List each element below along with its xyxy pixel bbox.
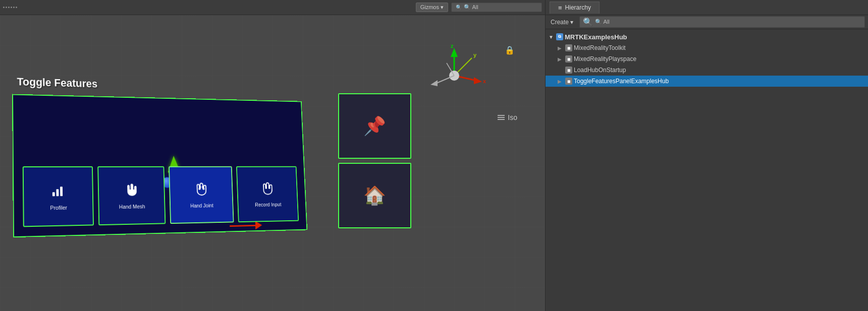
gizmos-button[interactable]: Gizmos ▾ — [416, 3, 448, 12]
pin-panel[interactable]: 📌 — [338, 93, 411, 159]
tree-item-mixed-reality-playspace[interactable]: ▶ ◼ MixedRealityPlayspace — [546, 53, 868, 65]
hierarchy-tab-label: Hierarchy — [565, 4, 591, 11]
svg-marker-13 — [474, 77, 482, 84]
svg-rect-2 — [60, 186, 63, 196]
red-arrow-head — [255, 221, 262, 229]
unity-icon-mrtk-hub: ⧉ — [556, 33, 563, 40]
scene-search-text: 🔍 All — [464, 4, 478, 11]
red-arrow-line — [230, 225, 255, 227]
hierarchy-panel: ≡ Hierarchy Create ▾ 🔍 🔍 All ▼ ⧉ MRTKExa… — [545, 0, 868, 311]
scene-view: Gizmos ▾ 🔍 🔍 All Toggle Features — [0, 0, 545, 311]
hand-joint-label: Hand Joint — [190, 202, 213, 208]
hand-mesh-icon — [124, 181, 139, 201]
tree-label-mrtk-hub: MRTKExamplesHub — [565, 33, 627, 41]
cube-icon-mrp: ◼ — [565, 55, 572, 63]
feature-buttons-row: Profiler Hand Mesh — [23, 166, 299, 227]
tree-label-tf: ToggleFeaturesPanelExamplesHub — [574, 78, 669, 85]
scene-search-icon: 🔍 — [456, 5, 462, 10]
scene-content: Toggle Features — [0, 15, 545, 311]
xyz-gizmo: z y x — [421, 43, 487, 108]
iso-text: Iso — [508, 113, 517, 121]
profiler-label: Profiler — [50, 204, 67, 210]
scene-search-bar[interactable]: 🔍 🔍 All — [451, 3, 542, 12]
expand-arrow-mrtk-hub: ▼ — [549, 34, 555, 40]
home-icon: 🏠 — [363, 185, 386, 206]
svg-text:x: x — [483, 78, 486, 84]
hierarchy-search-text: 🔍 All — [595, 19, 610, 25]
hand-joint-icon — [194, 181, 209, 200]
tree-item-mixed-reality-toolkit[interactable]: ▶ ◼ MixedRealityToolkit — [546, 42, 868, 53]
svg-marker-8 — [451, 48, 458, 57]
hierarchy-tree: ▼ ⧉ MRTKExamplesHub ▶ ◼ MixedRealityTool… — [546, 29, 868, 311]
create-button[interactable]: Create ▾ — [549, 18, 575, 27]
hierarchy-tab[interactable]: ≡ Hierarchy — [550, 2, 600, 14]
record-input-icon — [260, 180, 275, 199]
hand-mesh-button[interactable]: Hand Mesh — [97, 166, 166, 225]
home-panel[interactable]: 🏠 — [338, 163, 411, 228]
tree-item-mrtk-hub[interactable]: ▼ ⧉ MRTKExamplesHub — [546, 31, 868, 42]
svg-text:z: z — [451, 43, 454, 49]
record-input-button[interactable]: Record Input — [236, 166, 299, 222]
hierarchy-search-bar[interactable]: 🔍 🔍 All — [579, 16, 865, 28]
svg-rect-1 — [56, 189, 59, 196]
profiler-icon — [50, 182, 66, 202]
pin-icon: 📌 — [363, 115, 386, 137]
iso-lines-icon — [498, 115, 505, 120]
tree-label-mrt: MixedRealityToolkit — [574, 44, 626, 51]
tree-label-mrp: MixedRealityPlayspace — [574, 55, 636, 63]
scene-toolbar: Gizmos ▾ 🔍 🔍 All — [0, 0, 545, 15]
hierarchy-search-icon: 🔍 — [583, 17, 593, 27]
toggle-features-panel: Toggle Features — [12, 94, 307, 237]
right-side-panels: 📌 🏠 — [338, 93, 411, 228]
hierarchy-tab-icon: ≡ — [558, 4, 562, 12]
svg-marker-17 — [430, 80, 438, 86]
svg-text:y: y — [473, 52, 477, 58]
tree-label-lh: LoadHubOnStartup — [574, 67, 626, 74]
expand-arrow-mrt: ▶ — [558, 45, 564, 51]
expand-arrow-mrp: ▶ — [558, 56, 564, 62]
hierarchy-toolbar: Create ▾ 🔍 🔍 All — [546, 15, 868, 29]
cube-icon-mrt: ◼ — [565, 44, 572, 51]
toggle-title: Toggle Features — [17, 76, 97, 91]
create-label: Create — [551, 19, 569, 26]
iso-label: Iso — [498, 113, 517, 121]
record-input-label: Record Input — [255, 201, 282, 207]
svg-rect-0 — [52, 192, 55, 196]
tree-item-toggle-features[interactable]: ▶ ◼ ToggleFeaturesPanelExamplesHub — [546, 76, 868, 87]
cube-icon-tf: ◼ — [565, 78, 572, 85]
toolbar-menu-dots[interactable] — [3, 7, 17, 8]
create-dropdown-icon: ▾ — [570, 19, 573, 26]
svg-point-6 — [203, 188, 205, 190]
lock-icon: 🔒 — [505, 45, 515, 55]
cube-icon-lh: ◼ — [565, 67, 572, 74]
tree-item-load-hub[interactable]: ◼ LoadHubOnStartup — [546, 65, 868, 76]
hierarchy-header: ≡ Hierarchy — [546, 0, 868, 15]
hand-joint-button[interactable]: Hand Joint — [169, 166, 234, 224]
hand-mesh-label: Hand Mesh — [119, 203, 145, 209]
profiler-button[interactable]: Profiler — [23, 166, 94, 227]
expand-arrow-tf: ▶ — [558, 79, 564, 84]
